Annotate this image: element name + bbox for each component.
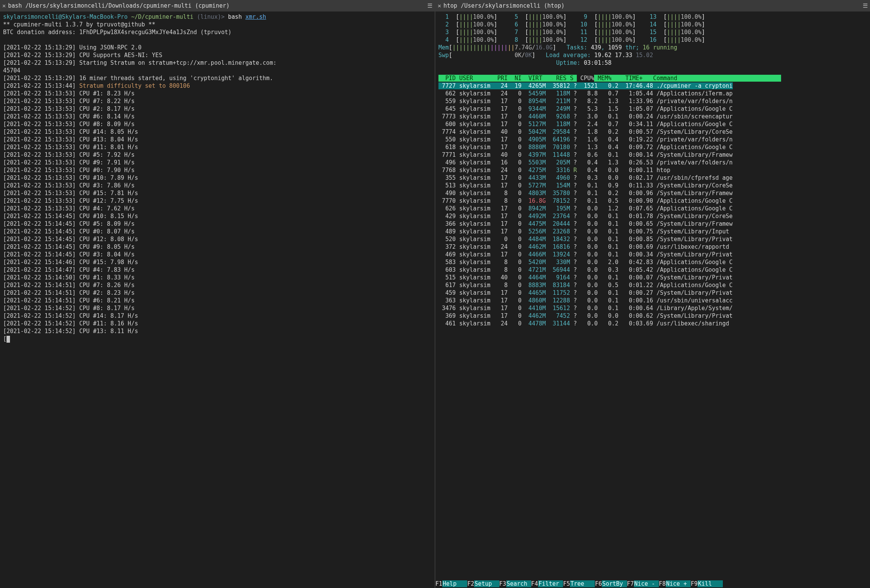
left-pane: ✕ bash /Users/skylarsimoncelli/Downloads… bbox=[0, 0, 435, 588]
fkey-label[interactable]: Nice + bbox=[666, 580, 691, 587]
fkey-f1[interactable]: F1 bbox=[435, 580, 442, 587]
fkey-label[interactable]: Filter bbox=[538, 580, 563, 587]
fkey-label[interactable]: Setup bbox=[474, 580, 499, 587]
close-icon[interactable]: ✕ bbox=[2, 2, 6, 9]
fkey-f4[interactable]: F4 bbox=[531, 580, 538, 587]
left-terminal[interactable]: skylarsimoncelli@Skylars-MacBook-Pro ~/D… bbox=[0, 11, 435, 344]
fkey-f8[interactable]: F8 bbox=[659, 580, 666, 587]
fkey-f5[interactable]: F5 bbox=[563, 580, 570, 587]
pane-menu-icon[interactable]: ☰ bbox=[863, 2, 868, 9]
fkey-label[interactable]: Search bbox=[506, 580, 531, 587]
right-pane: ✕ htop /Users/skylarsimoncelli (htop) ☰ … bbox=[435, 0, 870, 588]
htop-function-bar: F1Help F2Setup F3Search F4Filter F5Tree … bbox=[435, 580, 870, 588]
fkey-label[interactable]: Help bbox=[442, 580, 467, 587]
fkey-f7[interactable]: F7 bbox=[627, 580, 634, 587]
pane-menu-icon[interactable]: ☰ bbox=[427, 2, 432, 9]
fkey-f2[interactable]: F2 bbox=[467, 580, 474, 587]
right-terminal[interactable]: 1 [||||100.0%] 5 [||||100.0%] 9 [||||100… bbox=[435, 11, 870, 327]
left-tabbar: ✕ bash /Users/skylarsimoncelli/Downloads… bbox=[0, 0, 435, 11]
right-tab-title[interactable]: htop /Users/skylarsimoncelli (htop) bbox=[443, 2, 565, 9]
fkey-label[interactable]: SortBy bbox=[602, 580, 627, 587]
right-tabbar: ✕ htop /Users/skylarsimoncelli (htop) ☰ bbox=[435, 0, 870, 11]
fkey-f9[interactable]: F9 bbox=[691, 580, 698, 587]
close-icon[interactable]: ✕ bbox=[438, 2, 441, 9]
fkey-f6[interactable]: F6 bbox=[595, 580, 602, 587]
fkey-label[interactable]: Kill bbox=[698, 580, 722, 587]
left-tab-title[interactable]: bash /Users/skylarsimoncelli/Downloads/c… bbox=[8, 2, 230, 9]
fkey-f3[interactable]: F3 bbox=[499, 580, 506, 587]
fkey-label[interactable]: Nice - bbox=[634, 580, 659, 587]
fkey-label[interactable]: Tree bbox=[570, 580, 595, 587]
